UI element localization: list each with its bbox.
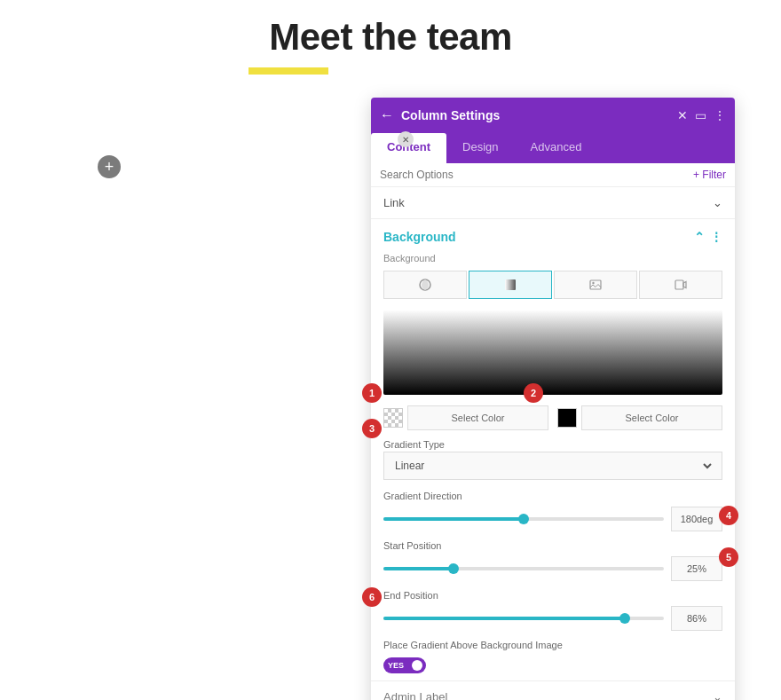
panel-header: ← Column Settings ✕ ▭ ⋮ <box>371 98 735 133</box>
gradient-direction-label: Gradient Direction <box>371 485 735 503</box>
panel-title: Column Settings <box>401 108 500 122</box>
color-stop-1: Select Color <box>383 405 548 430</box>
gradient-type-select-wrapper[interactable]: Linear Radial <box>383 452 722 480</box>
background-section: Background ⌃ ⋮ Background <box>371 219 735 700</box>
end-position-row: 86% <box>371 602 735 634</box>
copy-icon[interactable]: ▭ <box>695 108 706 122</box>
panel-header-left: ← Column Settings <box>380 107 500 123</box>
toggle-circle-container <box>408 657 426 673</box>
admin-label-text: Admin Label <box>383 690 447 700</box>
bg-type-image[interactable] <box>554 271 637 299</box>
end-position-value[interactable]: 86% <box>671 606 722 631</box>
toggle-circle <box>412 660 422 671</box>
gradient-direction-row: 180deg <box>371 503 735 535</box>
toggle-yes-label: YES <box>383 657 408 673</box>
end-position-thumb[interactable] <box>619 613 630 624</box>
end-position-label: End Position <box>371 585 735 602</box>
add-button[interactable]: + <box>98 155 121 178</box>
gradient-direction-track[interactable] <box>383 517 664 521</box>
badge-3: 3 <box>362 419 382 438</box>
reset-icon[interactable]: ✕ <box>677 108 688 122</box>
tabs-row: Content Design Advanced <box>371 133 735 163</box>
collapse-icon[interactable]: ⌃ <box>694 230 705 244</box>
place-gradient-row: Place Gradient Above Background Image <box>371 634 735 656</box>
badge-1: 1 <box>362 383 382 403</box>
yellow-underline <box>248 67 328 75</box>
page-title: Meet the team <box>0 0 781 59</box>
bg-label: Background <box>371 249 735 267</box>
start-position-track[interactable] <box>383 567 664 570</box>
start-position-row: 25% <box>371 553 735 585</box>
admin-label-row[interactable]: Admin Label ⌄ <box>371 680 735 700</box>
admin-label-chevron: ⌄ <box>713 690 722 700</box>
search-input[interactable] <box>380 169 693 181</box>
section-more-icon[interactable]: ⋮ <box>710 230 722 244</box>
section-title-icons: ⌃ ⋮ <box>694 230 722 244</box>
svg-point-3 <box>592 282 594 284</box>
end-position-fill <box>383 617 625 620</box>
link-label: Link <box>383 196 405 209</box>
section-title-background: Background ⌃ ⋮ <box>371 219 735 249</box>
color-swatch-1[interactable] <box>383 408 403 428</box>
select-color-1-button[interactable]: Select Color <box>407 405 548 430</box>
start-position-value[interactable]: 25% <box>671 556 722 581</box>
svg-rect-2 <box>590 280 601 289</box>
badge-2: 2 <box>524 383 543 403</box>
badge-4: 4 <box>719 506 738 525</box>
select-color-2-button[interactable]: Select Color <box>581 405 722 430</box>
filter-button[interactable]: + Filter <box>693 169 726 181</box>
gradient-direction-thumb[interactable] <box>518 514 529 524</box>
link-section[interactable]: Link ⌄ <box>371 187 735 219</box>
gradient-direction-fill <box>383 517 524 521</box>
more-icon[interactable]: ⋮ <box>714 108 726 122</box>
start-position-label: Start Position <box>371 535 735 553</box>
gradient-preview <box>383 310 722 395</box>
bg-type-row <box>371 267 735 303</box>
panel-body: Link ⌄ Background ⌃ ⋮ Background <box>371 187 735 700</box>
toggle-switch[interactable]: YES <box>383 657 426 673</box>
svg-rect-1 <box>505 279 516 290</box>
back-icon[interactable]: ← <box>380 107 394 123</box>
color-swatch-2[interactable] <box>557 408 577 428</box>
link-chevron: ⌄ <box>713 196 722 209</box>
badge-6: 6 <box>362 587 382 607</box>
gradient-type-label: Gradient Type <box>371 434 735 452</box>
panel-close-outer[interactable]: ✕ <box>398 131 414 147</box>
section-title-text: Background <box>383 230 456 244</box>
end-position-track[interactable] <box>383 617 664 620</box>
gradient-type-select[interactable]: Linear Radial <box>391 452 714 479</box>
badge-5: 5 <box>719 547 738 567</box>
start-position-fill <box>383 567 454 570</box>
search-bar: + Filter <box>371 163 735 187</box>
bg-type-video[interactable] <box>639 271 722 299</box>
toggle-wrapper: YES <box>371 656 735 680</box>
column-settings-panel: ← Column Settings ✕ ▭ ⋮ Content Design A… <box>371 98 735 700</box>
panel-header-icons: ✕ ▭ ⋮ <box>677 108 726 122</box>
tab-design[interactable]: Design <box>446 133 514 163</box>
start-position-thumb[interactable] <box>448 563 459 574</box>
place-gradient-label: Place Gradient Above Background Image <box>383 640 563 650</box>
tab-advanced[interactable]: Advanced <box>515 133 598 163</box>
gradient-direction-value[interactable]: 180deg <box>671 507 722 531</box>
page-background: Meet the team + ✕ 1 2 3 4 5 6 ← Column S… <box>0 0 781 700</box>
bg-type-gradient[interactable] <box>469 271 552 299</box>
bg-type-color[interactable] <box>383 271 467 299</box>
color-stop-2: Select Color <box>557 405 722 430</box>
svg-rect-4 <box>675 280 683 289</box>
